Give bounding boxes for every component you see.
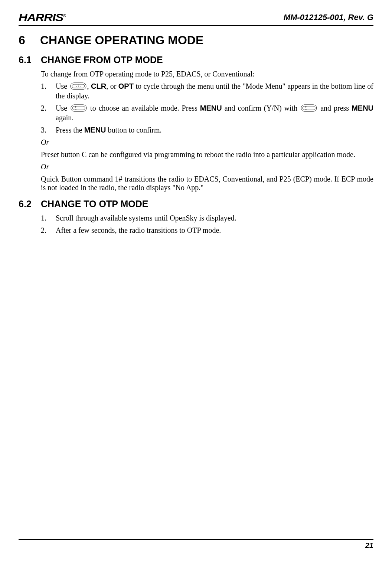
document-id: MM-012125-001, Rev. G [284,13,373,22]
subsection-title: CHANGE FROM OTP MODE [41,55,163,65]
logo-registered: ® [63,14,66,18]
body-paragraph: Quick Button command 1# transitions the … [41,175,373,192]
dpad-button-icon [70,82,86,92]
list-item: 2. After a few seconds, the radio transi… [41,226,373,235]
list-body: Use , CLR, or OPT to cycle through the m… [56,82,373,100]
subsection-heading: 6.2 CHANGE TO OTP MODE [19,199,373,209]
svg-point-2 [78,85,79,85]
logo-text: HARRIS [19,11,63,23]
list-number: 3. [41,126,49,134]
menu-key-label: MENU [352,104,373,112]
page-number: 21 [365,541,373,549]
svg-rect-11 [301,105,317,111]
opt-key-label: OPT [118,82,134,90]
subsection-number: 6.2 [19,199,33,209]
harris-logo: HARRIS® [19,11,66,24]
procedure-list: 1. Use , CLR, or OPT to cycle through th… [41,82,373,134]
svg-point-3 [76,87,77,87]
page-header: HARRIS® MM-012125-001, Rev. G [19,11,373,26]
procedure-list: 1. Scroll through available systems unti… [41,214,373,235]
subsection-heading: 6.1 CHANGE FROM OTP MODE [19,55,373,65]
or-text: Or [41,163,373,171]
page-footer: 21 [19,539,373,550]
menu-key-label: MENU [200,104,222,112]
list-number: 1. [41,82,49,100]
list-number: 1. [41,214,49,222]
section-heading: 6 CHANGE OPERATING MODE [19,33,373,47]
list-item: 3. Press the MENU button to confirm. [41,126,373,134]
svg-rect-6 [71,105,86,111]
subsection-number: 6.1 [19,55,33,65]
menu-key-label: MENU [84,126,106,134]
body-paragraph: Preset button C can be configured via pr… [41,150,373,159]
plus-minus-button-icon [71,104,87,114]
intro-text: To change from OTP operating mode to P25… [41,70,373,78]
svg-point-5 [80,87,81,87]
list-body: After a few seconds, the radio transitio… [56,226,373,235]
list-item: 2. Use to choose an available mode. Pres… [41,104,373,122]
clr-key-label: CLR [91,82,106,90]
list-body: Press the MENU button to confirm. [56,126,373,134]
svg-point-4 [78,87,79,87]
svg-rect-7 [72,106,85,110]
list-item: 1. Scroll through available systems unti… [41,214,373,222]
subsection-title: CHANGE TO OTP MODE [41,199,148,209]
plus-minus-button-icon [301,104,317,114]
list-number: 2. [41,226,49,235]
svg-rect-0 [71,83,86,89]
list-number: 2. [41,104,49,122]
list-item: 1. Use , CLR, or OPT to cycle through th… [41,82,373,100]
section-title: CHANGE OPERATING MODE [40,33,203,47]
list-body: Use to choose an available mode. Press M… [56,104,373,122]
svg-rect-12 [303,106,315,110]
section-number: 6 [19,33,30,47]
list-body: Scroll through available systems until O… [56,214,373,222]
or-text: Or [41,138,373,147]
